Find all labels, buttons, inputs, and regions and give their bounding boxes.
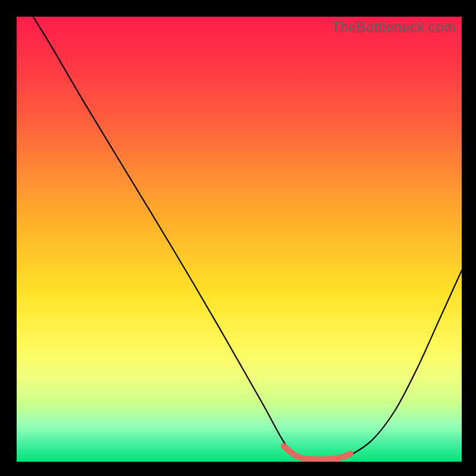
highlight-segment — [284, 446, 350, 459]
chart-stage: TheBottleneck.com — [0, 0, 476, 476]
chart-overlay — [17, 17, 462, 462]
curve-line — [33, 17, 462, 461]
plot-area: TheBottleneck.com — [17, 17, 462, 462]
